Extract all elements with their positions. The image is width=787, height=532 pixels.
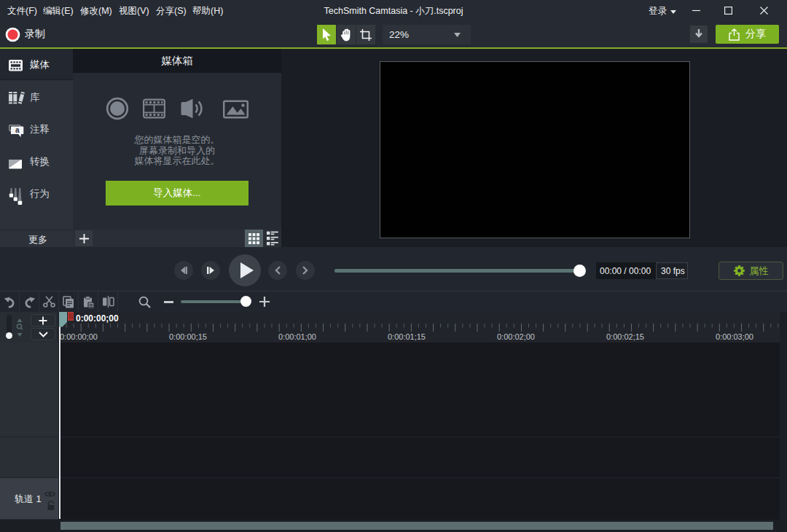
svg-text:a: a: [15, 126, 20, 134]
